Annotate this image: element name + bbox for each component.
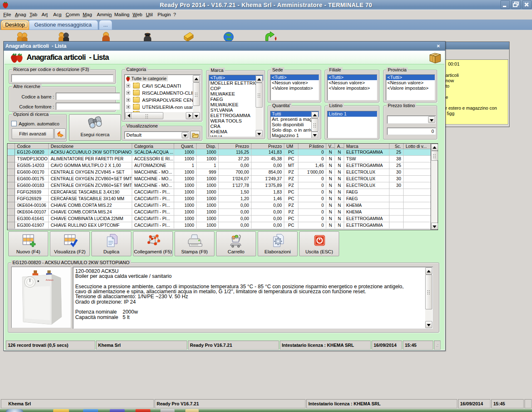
svg-text:Ariston: Ariston bbox=[46, 279, 54, 281]
